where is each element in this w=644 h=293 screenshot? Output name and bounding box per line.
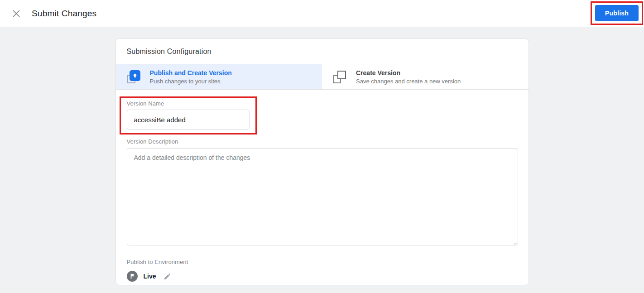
pencil-edit-icon[interactable] <box>163 273 171 280</box>
submission-configuration-card: Submission Configuration Publish and Cre… <box>115 38 529 285</box>
tab-publish-and-create-version[interactable]: Publish and Create Version Push changes … <box>116 64 322 89</box>
publish-environment-field: Publish to Environment Live <box>127 259 518 282</box>
publish-button[interactable]: Publish <box>595 5 639 21</box>
publish-environment-label: Publish to Environment <box>127 259 518 265</box>
tab-create-version-label: Create Version <box>356 69 461 77</box>
environment-name: Live <box>144 273 156 280</box>
annotation-publish-button-highlight: Publish <box>591 1 643 25</box>
submission-form: Version Name Version Description Publish… <box>116 90 529 282</box>
annotation-version-name-highlight: Version Name <box>120 96 257 134</box>
live-environment-flag-icon <box>127 271 138 282</box>
version-description-textarea[interactable] <box>127 148 518 245</box>
page-title: Submit Changes <box>32 9 96 19</box>
copy-pages-icon <box>333 70 346 84</box>
submission-tabs: Publish and Create Version Push changes … <box>116 64 529 90</box>
version-description-label: Version Description <box>127 138 518 145</box>
tab-create-version[interactable]: Create Version Save changes and create a… <box>322 64 529 89</box>
version-description-field: Version Description <box>127 138 518 247</box>
page-content: Submission Configuration Publish and Cre… <box>0 27 644 285</box>
card-title: Submission Configuration <box>116 39 529 64</box>
topbar: Submit Changes Publish <box>0 0 644 27</box>
tab-create-version-description: Save changes and create a new version <box>356 78 461 85</box>
close-icon[interactable] <box>11 9 21 19</box>
tab-publish-label: Publish and Create Version <box>150 69 232 77</box>
version-name-label: Version Name <box>127 100 250 107</box>
version-name-input[interactable] <box>127 110 250 130</box>
publish-upload-pages-icon <box>127 70 140 84</box>
tab-publish-description: Push changes to your sites <box>150 78 232 85</box>
